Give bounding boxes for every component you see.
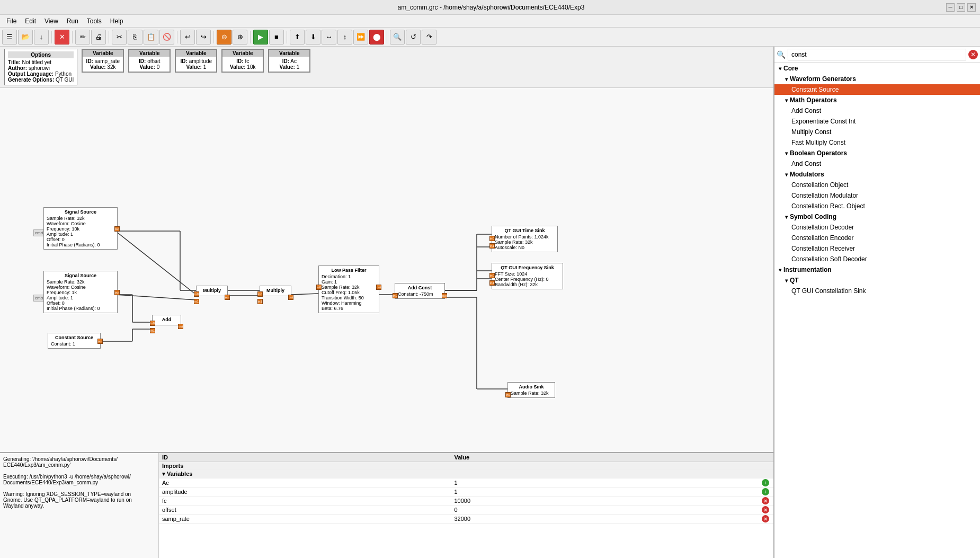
tree-subsection-symbol-coding[interactable]: ▾Symbol Coding bbox=[774, 211, 980, 222]
constant-source-block[interactable]: Constant Source Constant: 1 out bbox=[48, 333, 101, 349]
find-button[interactable]: 🔍 bbox=[390, 30, 405, 45]
add-in1-port[interactable]: in1 bbox=[150, 328, 155, 333]
align-v-button[interactable]: ⬆ bbox=[290, 30, 305, 45]
tree-leaf-exponentiate-const-int[interactable]: Exponentiate Const Int bbox=[774, 116, 980, 127]
lpf-out-port[interactable]: out bbox=[376, 285, 381, 290]
props-offset-status[interactable]: ✕ bbox=[646, 506, 773, 515]
tree-leaf-constant-source[interactable]: Constant Source bbox=[774, 84, 980, 95]
options-block[interactable]: Options Title: Not titled yet Author: sp… bbox=[4, 49, 77, 85]
edit-button[interactable]: ✏ bbox=[75, 30, 90, 45]
multiply-1-block[interactable]: Multiply in0 in1 out bbox=[196, 286, 228, 296]
var-block-amplitude[interactable]: Variable ID: amplitude Value: 1 bbox=[175, 49, 217, 73]
tree-leaf-constellation-modulator[interactable]: Constellation Modulator bbox=[774, 190, 980, 201]
qt-gui-time-sink-block[interactable]: QT GUI Time Sink Number of Points: 1.024… bbox=[492, 226, 558, 252]
dist-h-button[interactable]: ↔ bbox=[322, 30, 336, 45]
tree-leaf-multiply-const[interactable]: Multiply Const bbox=[774, 127, 980, 137]
menu-edit[interactable]: Edit bbox=[21, 16, 40, 26]
freq-sink-in0-port[interactable]: in0 bbox=[489, 273, 495, 278]
multiply-2-block[interactable]: Multiply in0 in1 out bbox=[260, 286, 291, 296]
low-pass-filter-block[interactable]: Low Pass Filter Decimation: 1 Gain: 1 Sa… bbox=[318, 265, 379, 313]
add-const-out-port[interactable]: out bbox=[442, 293, 447, 298]
tree-leaf-constellation-decoder[interactable]: Constellation Decoder bbox=[774, 222, 980, 233]
offset-status-dot[interactable]: ✕ bbox=[762, 506, 769, 513]
dist-v-button[interactable]: ↕ bbox=[337, 30, 352, 45]
fc-status-dot[interactable]: ✕ bbox=[762, 497, 769, 504]
props-ac-status[interactable]: + bbox=[646, 479, 773, 488]
zoom-out-button[interactable]: ⊖ bbox=[217, 30, 231, 45]
multiply-2-in0-port[interactable]: in0 bbox=[257, 291, 263, 297]
tree-subsection-waveform-generators[interactable]: ▾Waveform Generators bbox=[774, 74, 980, 84]
search-input[interactable] bbox=[788, 49, 966, 60]
tree-leaf-add-const[interactable]: Add Const bbox=[774, 105, 980, 116]
add-const-in0-port[interactable]: in0 bbox=[393, 293, 398, 298]
menu-tools[interactable]: Tools bbox=[83, 16, 106, 26]
multiply-2-in1-port[interactable]: in1 bbox=[257, 299, 263, 304]
qt-gui-freq-sink-block[interactable]: QT GUI Frequency Sink FFT Size: 1024 Cen… bbox=[492, 263, 563, 289]
add-block[interactable]: Add in0 in1 out bbox=[152, 315, 181, 325]
tree-leaf-constellation-receiver[interactable]: Constellation Receiver bbox=[774, 243, 980, 254]
tree-leaf-qt-gui-constellation-sink[interactable]: QT GUI Constellation Sink bbox=[774, 286, 980, 296]
tree-subsection-modulators[interactable]: ▾Modulators bbox=[774, 169, 980, 180]
cut-button[interactable]: ✂ bbox=[112, 30, 127, 45]
lpf-in0-port[interactable]: in0 bbox=[316, 285, 322, 290]
close-button[interactable]: ✕ bbox=[967, 3, 976, 12]
props-samp-rate-status[interactable]: ✕ bbox=[646, 515, 773, 524]
halt-button[interactable]: ■ bbox=[269, 30, 284, 45]
props-fc-status[interactable]: ✕ bbox=[646, 497, 773, 506]
disable-button[interactable]: 🚫 bbox=[159, 30, 174, 45]
kill-button[interactable]: ⬤ bbox=[369, 30, 384, 45]
menu-view[interactable]: View bbox=[40, 16, 63, 26]
amplitude-status-dot[interactable]: + bbox=[762, 488, 769, 495]
time-sink-in1-port[interactable]: in1 bbox=[489, 243, 495, 249]
tree-leaf-constellation-object[interactable]: Constellation Object bbox=[774, 180, 980, 190]
tree-subsection-qt[interactable]: ▾QT bbox=[774, 275, 980, 286]
minimize-button[interactable]: ─ bbox=[946, 3, 955, 12]
tree-subsection-math-operators[interactable]: ▾Math Operators bbox=[774, 95, 980, 105]
reset-button[interactable]: ↺ bbox=[406, 30, 421, 45]
tree-leaf-constellation-rect-object[interactable]: Constellation Rect. Object bbox=[774, 201, 980, 211]
signal-source-2-block[interactable]: Signal Source Sample Rate: 32k Waveform:… bbox=[43, 271, 118, 313]
var-block-offset[interactable]: Variable ID: offset Value: 0 bbox=[128, 49, 171, 73]
add-out-port[interactable]: out bbox=[178, 324, 183, 329]
tree-leaf-constellation-soft-decoder[interactable]: Constellation Soft Decoder bbox=[774, 254, 980, 264]
constant-source-out-port[interactable]: out bbox=[97, 339, 103, 344]
redo-button[interactable]: ↪ bbox=[196, 30, 211, 45]
align-h-button[interactable]: ⬇ bbox=[306, 30, 320, 45]
props-amplitude-status[interactable]: + bbox=[646, 488, 773, 497]
print-button[interactable]: 🖨 bbox=[91, 30, 106, 45]
new-button[interactable]: ☰ bbox=[2, 30, 17, 45]
ac-status-dot[interactable]: + bbox=[762, 479, 769, 486]
menu-run[interactable]: Run bbox=[63, 16, 83, 26]
menu-help[interactable]: Help bbox=[106, 16, 128, 26]
tree-leaf-and-const[interactable]: And Const bbox=[774, 158, 980, 169]
stop-button[interactable]: ✕ bbox=[55, 30, 69, 45]
signal-source-2-out-port[interactable]: out bbox=[114, 290, 120, 295]
run-button[interactable]: ▶ bbox=[253, 30, 268, 45]
tree-leaf-fast-multiply-const[interactable]: Fast Multiply Const bbox=[774, 137, 980, 148]
multiply-1-in1-port[interactable]: in1 bbox=[194, 299, 199, 304]
search-clear-button[interactable]: ✕ bbox=[968, 50, 978, 59]
maximize-button[interactable]: □ bbox=[957, 3, 965, 12]
time-sink-in0-port[interactable]: in0 bbox=[489, 236, 495, 241]
multiply-2-out-port[interactable]: out bbox=[288, 295, 293, 300]
tree-subsection-boolean-operators[interactable]: ▾Boolean Operators bbox=[774, 148, 980, 158]
paste-button[interactable]: 📋 bbox=[144, 30, 158, 45]
audio-sink-block[interactable]: Audio Sink Sample Rate: 32k in0 bbox=[507, 382, 555, 398]
var-block-samp-rate[interactable]: Variable ID: samp_rate Value: 32k bbox=[82, 49, 124, 73]
tree-leaf-constellation-encoder[interactable]: Constellation Encoder bbox=[774, 233, 980, 243]
add-const-block[interactable]: Add Const Constant: -750m in0 out bbox=[395, 283, 445, 299]
open-button[interactable]: 📂 bbox=[18, 30, 33, 45]
samp-rate-status-dot[interactable]: ✕ bbox=[762, 515, 769, 522]
audio-sink-in0-port[interactable]: in0 bbox=[505, 392, 511, 397]
source-button[interactable]: ⊕ bbox=[233, 30, 247, 45]
var-block-ac[interactable]: Variable ID: Ac Value: 1 bbox=[268, 49, 310, 73]
tree-section-core[interactable]: ▾Core bbox=[774, 63, 980, 74]
rotate-button[interactable]: ↷ bbox=[422, 30, 436, 45]
signal-source-1-out-port[interactable]: out bbox=[114, 226, 120, 232]
add-in0-port[interactable]: in0 bbox=[150, 321, 155, 326]
copy-button[interactable]: ⎘ bbox=[128, 30, 142, 45]
signal-source-1-block[interactable]: Signal Source Sample Rate: 32k Waveform:… bbox=[43, 207, 118, 250]
save-button[interactable]: ↓ bbox=[34, 30, 49, 45]
multiply-1-in0-port[interactable]: in0 bbox=[194, 291, 199, 297]
freq-sink-in1-port[interactable]: in1 bbox=[489, 280, 495, 286]
